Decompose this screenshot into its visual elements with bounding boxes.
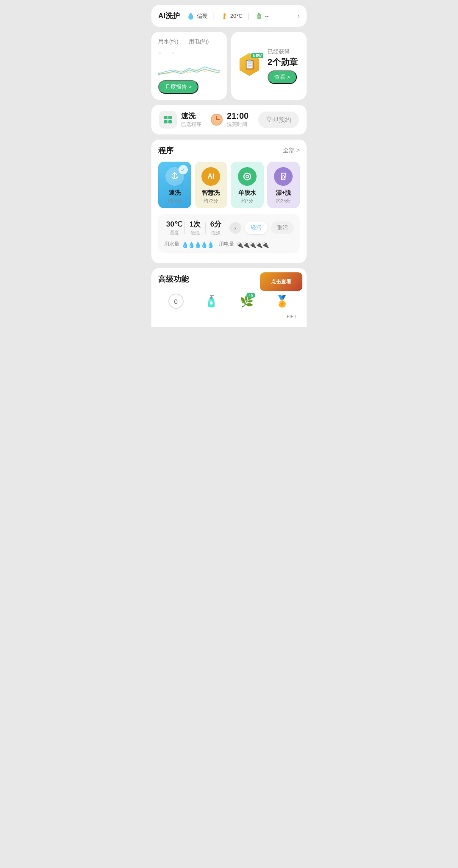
settings-arrow[interactable]: › [229, 222, 241, 234]
pollution-buttons: 轻污 重污 [245, 221, 294, 234]
eco-badge: +5 [246, 293, 255, 298]
program-check-icon: ✓ [179, 165, 188, 174]
svg-rect-0 [223, 13, 225, 17]
schedule-time-block: 21:00 洗完时间 [210, 111, 249, 128]
schedule-program: 速洗 已选程序 [181, 111, 201, 128]
water-usage: 用水量 💧 💧 💧 💧 💧 [164, 241, 212, 248]
new-tag: NEW [251, 53, 263, 58]
ai-care-detergent: -- [255, 12, 269, 20]
programs-section: 程序 全部 > ✓ 速洗 约28分 AI 智慧洗 约72分 [151, 140, 307, 263]
nav-icon-detergent-wrap: 🧴 [204, 294, 219, 309]
promo-banner[interactable]: 点击查看 [260, 272, 302, 291]
badge-subtitle: 已经获得 [268, 48, 298, 56]
selected-program-sub: 已选程序 [181, 121, 201, 128]
programs-header: 程序 全部 > [158, 146, 300, 156]
spin-setting: 6分 洗涤 [206, 219, 226, 236]
rinse-value: 1次 [185, 219, 205, 229]
smart-wash-name: 智慧洗 [202, 189, 220, 197]
badge-count: 2个勋章 [268, 56, 298, 68]
nav-icon-0: 0 [168, 294, 184, 309]
power-label: 用电(约) [189, 38, 209, 45]
ai-care-arrow[interactable]: › [297, 11, 300, 20]
power-value: - [171, 47, 174, 58]
smart-wash-time: 约72分 [204, 198, 218, 204]
badge-text: 已经获得 2个勋章 查看 > [268, 48, 298, 84]
rinse-label: 漂洗 [185, 230, 205, 236]
speed-wash-time: 约28分 [168, 198, 182, 204]
water-dot-3: 💧 [194, 241, 199, 247]
nav-item-detergent[interactable]: 🧴 [204, 294, 219, 309]
temp-label: 温度 [164, 230, 184, 236]
detergent-icon: 🧴 [204, 295, 218, 308]
program-card-bleach[interactable]: 漂+脱 约25分 [267, 162, 300, 208]
svg-point-17 [282, 176, 285, 178]
badge-card[interactable]: NEW 📋 已经获得 2个勋章 查看 > [231, 32, 307, 100]
spin-label: 洗涤 [206, 230, 226, 236]
bleach-icon [274, 167, 293, 186]
ai-care-bar[interactable]: AI洗护 偏硬 | 20℃ | -- › [151, 5, 307, 27]
temp-setting: 30℃ 温度 [164, 220, 184, 236]
separator-1: | [213, 11, 215, 20]
separator-2: | [248, 11, 250, 20]
program-card-speed[interactable]: ✓ 速洗 约28分 [158, 162, 191, 208]
water-dot-4: 💧 [201, 241, 206, 247]
svg-point-16 [246, 175, 249, 178]
selected-program-name: 速洗 [181, 111, 201, 121]
water-value: - [158, 47, 161, 58]
settings-bar: 30℃ 温度 1次 漂洗 6分 洗涤 › 轻污 重污 用水量 [158, 214, 300, 253]
schedule-card: 速洗 已选程序 21:00 洗完时间 立即预约 [151, 105, 307, 134]
stats-card: 用水(约) 用电(约) - - 月度报告 > [151, 32, 227, 100]
water-label: 用水(约) [158, 38, 179, 45]
speed-wash-name: 速洗 [169, 189, 181, 197]
nav-item-0[interactable]: 0 [168, 294, 184, 309]
medal-icon: 🏅 [275, 295, 289, 308]
ai-care-title: AI洗护 [158, 11, 180, 21]
ai-care-temp: 20℃ [220, 12, 243, 20]
programs-grid: ✓ 速洗 约28分 AI 智慧洗 约72分 [158, 162, 300, 208]
clock-icon [210, 113, 223, 126]
water-dot-2: 💧 [188, 241, 193, 247]
fie-label: FIE I [158, 312, 300, 321]
finish-time: 21:00 [227, 111, 249, 121]
temp-value: 30℃ [164, 220, 184, 229]
water-usage-label: 用水量 [164, 241, 179, 248]
nav-item-eco[interactable]: 🌿 +5 [239, 294, 254, 309]
rinse-setting: 1次 漂洗 [185, 219, 205, 236]
svg-point-1 [223, 17, 225, 19]
light-soil-button[interactable]: 轻污 [245, 221, 268, 234]
power-dots: 🔌 🔌 🔌 🔌 🔌 [236, 241, 267, 247]
advanced-section: 高级功能 点击查看 0 🧴 🌿 +5 🏅 FIE I [151, 268, 307, 327]
program-card-smart[interactable]: AI 智慧洗 约72分 [195, 162, 228, 208]
time-info: 21:00 洗完时间 [227, 111, 249, 128]
power-dot-1: 🔌 [236, 241, 241, 247]
spin-time: 约7分 [241, 198, 253, 204]
programs-all-button[interactable]: 全部 > [283, 147, 300, 154]
heavy-soil-button[interactable]: 重污 [271, 221, 294, 234]
power-dot-3: 🔌 [249, 241, 254, 247]
spin-value: 6分 [206, 219, 226, 229]
programs-title: 程序 [158, 146, 173, 156]
bleach-time: 约25分 [276, 198, 290, 204]
reserve-button[interactable]: 立即预约 [258, 112, 299, 128]
badge-icon-wrap: NEW 📋 [238, 53, 263, 78]
water-dot-1: 💧 [182, 241, 187, 247]
view-badge-button[interactable]: 查看 > [268, 70, 297, 84]
spin-name: 单脱水 [238, 189, 256, 197]
finish-time-label: 洗完时间 [227, 121, 249, 128]
power-usage: 用电量 🔌 🔌 🔌 🔌 🔌 [219, 241, 267, 248]
program-card-spin[interactable]: 单脱水 约7分 [231, 162, 264, 208]
usage-chart [158, 62, 220, 76]
smart-wash-icon: AI [201, 167, 220, 186]
spin-icon [238, 167, 257, 186]
nav-item-medal[interactable]: 🏅 [274, 294, 290, 309]
svg-rect-10 [168, 120, 172, 123]
water-dots: 💧 💧 💧 💧 💧 [182, 241, 212, 247]
power-dot-4: 🔌 [255, 241, 260, 247]
svg-rect-9 [164, 120, 168, 123]
power-usage-label: 用电量 [219, 241, 234, 248]
ai-care-water: 偏硬 [187, 12, 208, 20]
svg-rect-8 [168, 116, 172, 119]
settings-row1: 30℃ 温度 1次 漂洗 6分 洗涤 › 轻污 重污 [164, 219, 294, 236]
bleach-name: 漂+脱 [276, 189, 291, 197]
monthly-report-button[interactable]: 月度报告 > [158, 80, 198, 94]
